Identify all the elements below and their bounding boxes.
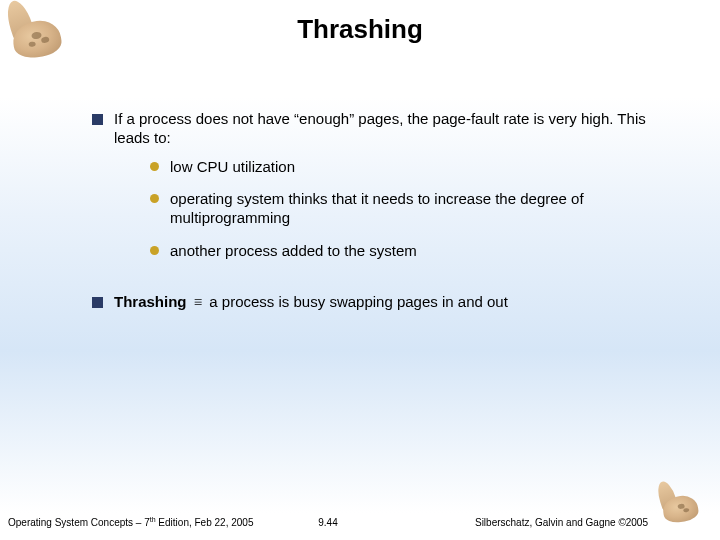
sub-bullet-list: low CPU utilization operating system thi… — [150, 158, 660, 261]
footer-page-number: 9.44 — [318, 517, 337, 528]
footer-left-a: Operating System Concepts – 7 — [8, 517, 150, 528]
dinosaur-logo-bottom — [656, 484, 712, 528]
bullet-2-definition: a process is busy swapping pages in and … — [205, 293, 508, 310]
slide-body: If a process does not have “enough” page… — [92, 110, 660, 321]
sub-bullet-3: another process added to the system — [150, 242, 660, 261]
footer-copyright: Silberschatz, Galvin and Gagne ©2005 — [475, 517, 648, 528]
slide: Thrashing If a process does not have “en… — [0, 0, 720, 540]
bullet-2-term: Thrashing — [114, 293, 187, 310]
bullet-2: Thrashing ≡ a process is busy swapping p… — [92, 293, 660, 312]
equiv-symbol: ≡ — [191, 294, 205, 310]
bullet-1-text: If a process does not have “enough” page… — [114, 110, 646, 146]
slide-title: Thrashing — [0, 14, 720, 45]
footer-left-b: Edition, Feb 22, 2005 — [156, 517, 254, 528]
sub-bullet-1: low CPU utilization — [150, 158, 660, 177]
bullet-1: If a process does not have “enough” page… — [92, 110, 660, 261]
footer-left: Operating System Concepts – 7th Edition,… — [8, 516, 253, 528]
sub-bullet-2: operating system thinks that it needs to… — [150, 190, 660, 228]
